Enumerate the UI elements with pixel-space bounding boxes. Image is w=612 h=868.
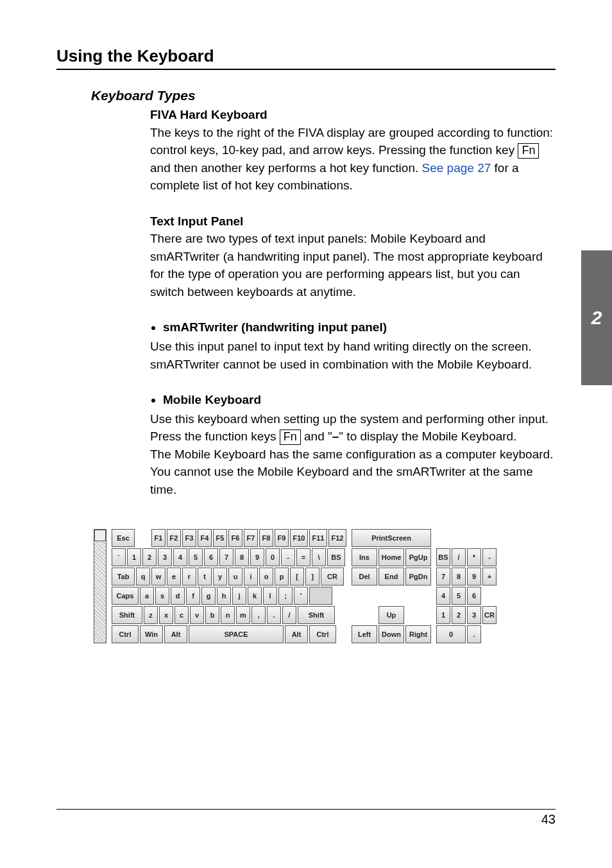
key-e[interactable]: e [167,568,181,586]
key-num-bs[interactable]: BS [436,548,450,566]
key-f3[interactable]: F3 [182,529,196,547]
key-bs[interactable]: BS [327,548,345,566]
key-m[interactable]: m [236,606,250,624]
key-ctrl-l[interactable]: Ctrl [112,625,139,643]
key-0[interactable]: 0 [266,548,280,566]
key-p[interactable]: p [275,568,289,586]
key-num-3[interactable]: 3 [467,606,481,624]
key-semicolon[interactable]: ; [278,587,293,605]
key-minus[interactable]: - [281,548,295,566]
key-win[interactable]: Win [140,625,163,643]
key-b[interactable]: b [205,606,219,624]
key-num-4[interactable]: 4 [436,587,450,605]
key-g[interactable]: g [201,587,216,605]
key-c[interactable]: c [174,606,189,624]
key-f6[interactable]: F6 [228,529,242,547]
key-printscreen[interactable]: PrintScreen [352,529,431,547]
key-f7[interactable]: F7 [244,529,258,547]
key-5[interactable]: 5 [189,548,203,566]
key-equals[interactable]: = [296,548,310,566]
key-d[interactable]: d [171,587,185,605]
key-alt-r[interactable]: Alt [285,625,308,643]
key-f12[interactable]: F12 [328,529,346,547]
key-caps[interactable]: Caps [112,587,139,605]
key-s[interactable]: s [155,587,169,605]
key-y[interactable]: y [213,568,227,586]
key-tab[interactable]: Tab [112,568,135,586]
key-down[interactable]: Down [378,625,404,643]
key-num-cr[interactable]: CR [482,606,497,624]
key-space[interactable]: SPACE [189,625,284,643]
key-f[interactable]: f [186,587,200,605]
key-f8[interactable]: F8 [259,529,273,547]
key-4[interactable]: 4 [173,548,187,566]
key-f11[interactable]: F11 [309,529,327,547]
key-quote[interactable]: ' [294,587,308,605]
key-8[interactable]: 8 [235,548,249,566]
key-alt-l[interactable]: Alt [164,625,187,643]
key-h[interactable]: h [217,587,231,605]
key-num-mul[interactable]: * [467,548,481,566]
key-num-1[interactable]: 1 [436,606,450,624]
key-q[interactable]: q [136,568,150,586]
key-del[interactable]: Del [352,568,377,586]
key-rbracket[interactable]: ] [305,568,319,586]
key-enter-ext[interactable] [309,587,332,605]
key-slash[interactable]: / [282,606,296,624]
key-up[interactable]: Up [378,606,404,624]
key-f5[interactable]: F5 [213,529,227,547]
key-w[interactable]: w [151,568,166,586]
key-z[interactable]: z [144,606,158,624]
key-o[interactable]: o [259,568,273,586]
key-6[interactable]: 6 [204,548,218,566]
key-home[interactable]: Home [378,548,404,566]
key-2[interactable]: 2 [142,548,157,566]
key-x[interactable]: x [159,606,173,624]
key-1[interactable]: 1 [127,548,141,566]
key-comma[interactable]: , [251,606,266,624]
key-7[interactable]: 7 [219,548,234,566]
key-shift-r[interactable]: Shift [298,606,335,624]
key-ins[interactable]: Ins [352,548,377,566]
key-3[interactable]: 3 [158,548,172,566]
key-k[interactable]: k [248,587,262,605]
keyboard-drag-handle[interactable] [94,529,106,643]
key-pgup[interactable]: PgUp [405,548,431,566]
key-f4[interactable]: F4 [198,529,212,547]
key-end[interactable]: End [378,568,404,586]
key-9[interactable]: 9 [250,548,264,566]
key-ctrl-r[interactable]: Ctrl [309,625,336,643]
key-period[interactable]: . [267,606,281,624]
key-f2[interactable]: F2 [167,529,181,547]
key-a[interactable]: a [140,587,154,605]
key-f10[interactable]: F10 [290,529,308,547]
key-f1[interactable]: F1 [151,529,166,547]
key-num-dot[interactable]: . [467,625,481,643]
key-esc[interactable]: Esc [112,529,135,547]
key-backtick[interactable]: ` [112,548,126,566]
key-t[interactable]: t [198,568,212,586]
key-lbracket[interactable]: [ [290,568,304,586]
key-num-5[interactable]: 5 [452,587,466,605]
key-v[interactable]: v [190,606,204,624]
key-j[interactable]: j [232,587,246,605]
key-num-7[interactable]: 7 [436,568,450,586]
key-f9[interactable]: F9 [275,529,289,547]
key-right[interactable]: Right [405,625,431,643]
key-num-add[interactable]: + [482,568,497,586]
key-num-2[interactable]: 2 [452,606,466,624]
key-num-6[interactable]: 6 [467,587,481,605]
key-n[interactable]: n [221,606,235,624]
key-num-sub[interactable]: - [482,548,497,566]
key-num-div[interactable]: / [452,548,466,566]
key-l[interactable]: l [263,587,277,605]
link-page-27[interactable]: See page 27 [422,161,491,175]
key-shift-l[interactable]: Shift [112,606,142,624]
key-num-9[interactable]: 9 [467,568,481,586]
key-cr[interactable]: CR [321,568,344,586]
key-num-8[interactable]: 8 [452,568,466,586]
key-pgdn[interactable]: PgDn [405,568,431,586]
key-r[interactable]: r [182,568,196,586]
key-backslash[interactable]: \ [312,548,326,566]
key-num-0[interactable]: 0 [436,625,466,643]
